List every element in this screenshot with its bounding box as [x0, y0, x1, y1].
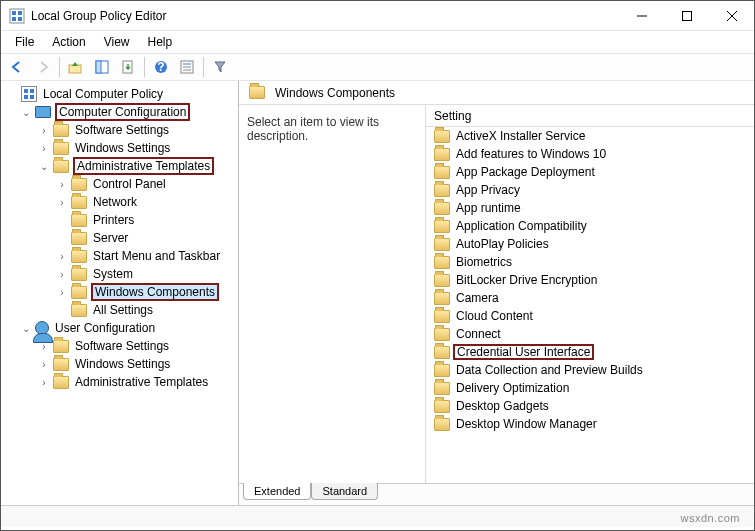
menu-help[interactable]: Help: [140, 33, 181, 51]
list-item[interactable]: Data Collection and Preview Builds: [426, 361, 754, 379]
tree-printers[interactable]: › Printers: [5, 211, 238, 229]
list-item[interactable]: App Privacy: [426, 181, 754, 199]
tree-user-configuration[interactable]: ⌄ User Configuration: [5, 319, 238, 337]
forward-button[interactable]: [31, 55, 55, 79]
help-button[interactable]: ?: [149, 55, 173, 79]
tree-windows-settings[interactable]: › Windows Settings: [5, 139, 238, 157]
list-item-label: Credential User Interface: [454, 345, 593, 359]
folder-icon: [434, 364, 450, 377]
tree-all-settings[interactable]: › All Settings: [5, 301, 238, 319]
column-header-setting[interactable]: Setting: [426, 105, 754, 127]
list-item[interactable]: Delivery Optimization: [426, 379, 754, 397]
tree-start-menu[interactable]: › Start Menu and Taskbar: [5, 247, 238, 265]
svg-rect-1: [12, 11, 16, 15]
list-item-label: Delivery Optimization: [454, 381, 571, 395]
minimize-button[interactable]: [619, 1, 664, 30]
folder-icon: [71, 214, 87, 227]
folder-icon: [71, 304, 87, 317]
settings-list[interactable]: ActiveX Installer ServiceAdd features to…: [426, 127, 754, 483]
list-item-label: App runtime: [454, 201, 523, 215]
tree-windows-components[interactable]: › Windows Components: [5, 283, 238, 301]
status-bar: [1, 505, 754, 527]
list-item[interactable]: Biometrics: [426, 253, 754, 271]
folder-icon: [434, 418, 450, 431]
folder-icon: [434, 148, 450, 161]
list-item[interactable]: Credential User Interface: [426, 343, 754, 361]
tree-software-settings[interactable]: › Software Settings: [5, 121, 238, 139]
tree-system[interactable]: › System: [5, 265, 238, 283]
menu-action[interactable]: Action: [44, 33, 93, 51]
tree-server[interactable]: › Server: [5, 229, 238, 247]
export-button[interactable]: [116, 55, 140, 79]
menu-file[interactable]: File: [7, 33, 42, 51]
menu-view[interactable]: View: [96, 33, 138, 51]
list-item-label: Camera: [454, 291, 501, 305]
tree-root[interactable]: ▸ Local Computer Policy: [5, 85, 238, 103]
list-item-label: Desktop Window Manager: [454, 417, 599, 431]
folder-icon: [71, 268, 87, 281]
folder-icon: [434, 400, 450, 413]
separator: [59, 57, 60, 77]
properties-button[interactable]: [175, 55, 199, 79]
list-item[interactable]: BitLocker Drive Encryption: [426, 271, 754, 289]
tree-network[interactable]: › Network: [5, 193, 238, 211]
tree-control-panel[interactable]: › Control Panel: [5, 175, 238, 193]
app-icon: [9, 8, 25, 24]
folder-icon: [71, 196, 87, 209]
list-item[interactable]: Application Compatibility: [426, 217, 754, 235]
view-tabs: Extended Standard: [239, 483, 754, 505]
toolbar: ?: [1, 53, 754, 81]
folder-icon: [434, 346, 450, 359]
list-item-label: Cloud Content: [454, 309, 535, 323]
folder-icon: [434, 184, 450, 197]
user-icon: [35, 321, 49, 335]
folder-icon: [434, 274, 450, 287]
list-item[interactable]: Desktop Gadgets: [426, 397, 754, 415]
show-hide-tree-button[interactable]: [90, 55, 114, 79]
list-item[interactable]: AutoPlay Policies: [426, 235, 754, 253]
list-item[interactable]: Add features to Windows 10: [426, 145, 754, 163]
close-button[interactable]: [709, 1, 754, 30]
folder-icon: [53, 160, 69, 173]
list-item[interactable]: ActiveX Installer Service: [426, 127, 754, 145]
folder-icon: [71, 232, 87, 245]
list-item[interactable]: Camera: [426, 289, 754, 307]
list-item-label: Connect: [454, 327, 503, 341]
up-button[interactable]: [64, 55, 88, 79]
folder-icon: [434, 256, 450, 269]
tree-computer-configuration[interactable]: ⌄ Computer Configuration: [5, 103, 238, 121]
list-item[interactable]: App runtime: [426, 199, 754, 217]
right-heading: Windows Components: [275, 86, 395, 100]
folder-icon: [53, 358, 69, 371]
list-item[interactable]: Desktop Window Manager: [426, 415, 754, 433]
list-item[interactable]: Cloud Content: [426, 307, 754, 325]
filter-button[interactable]: [208, 55, 232, 79]
tree-admin-templates[interactable]: ⌄ Administrative Templates: [5, 157, 238, 175]
tree-u-admin-templates[interactable]: › Administrative Templates: [5, 373, 238, 391]
right-header: Windows Components: [239, 81, 754, 105]
folder-icon: [434, 166, 450, 179]
separator: [203, 57, 204, 77]
tab-standard[interactable]: Standard: [311, 483, 378, 500]
list-item-label: Application Compatibility: [454, 219, 589, 233]
back-button[interactable]: [5, 55, 29, 79]
list-item[interactable]: App Package Deployment: [426, 163, 754, 181]
work-area: ▸ Local Computer Policy ⌄ Computer Confi…: [1, 81, 754, 505]
list-item-label: Desktop Gadgets: [454, 399, 551, 413]
maximize-button[interactable]: [664, 1, 709, 30]
folder-icon: [53, 142, 69, 155]
folder-icon: [434, 238, 450, 251]
computer-icon: [35, 106, 51, 118]
folder-icon: [434, 130, 450, 143]
policy-icon: [21, 86, 37, 102]
right-pane: Windows Components Select an item to vie…: [239, 81, 754, 505]
list-item-label: Add features to Windows 10: [454, 147, 608, 161]
folder-icon: [434, 292, 450, 305]
tab-extended[interactable]: Extended: [243, 483, 311, 500]
separator: [144, 57, 145, 77]
list-item[interactable]: Connect: [426, 325, 754, 343]
tree-u-windows-settings[interactable]: › Windows Settings: [5, 355, 238, 373]
titlebar: Local Group Policy Editor: [1, 1, 754, 31]
svg-rect-9: [69, 65, 81, 73]
svg-rect-4: [18, 17, 22, 21]
